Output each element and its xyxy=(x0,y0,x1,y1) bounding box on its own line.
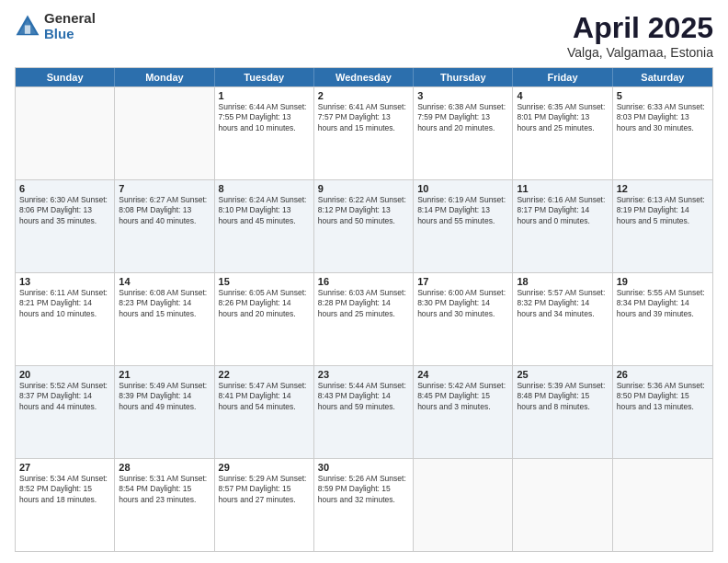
cell-text: Sunrise: 5:57 AM Sunset: 8:32 PM Dayligh… xyxy=(517,288,608,319)
cell-text: Sunrise: 5:39 AM Sunset: 8:48 PM Dayligh… xyxy=(517,381,608,412)
calendar-body: 1Sunrise: 6:44 AM Sunset: 7:55 PM Daylig… xyxy=(16,86,712,551)
cell-text: Sunrise: 6:22 AM Sunset: 8:12 PM Dayligh… xyxy=(318,195,409,226)
location: Valga, Valgamaa, Estonia xyxy=(567,45,713,60)
calendar-cell-12: 12Sunrise: 6:13 AM Sunset: 8:19 PM Dayli… xyxy=(613,180,712,272)
cell-text: Sunrise: 6:00 AM Sunset: 8:30 PM Dayligh… xyxy=(417,288,508,319)
calendar-cell-24: 24Sunrise: 5:42 AM Sunset: 8:45 PM Dayli… xyxy=(414,366,513,458)
calendar-cell-27: 27Sunrise: 5:34 AM Sunset: 8:52 PM Dayli… xyxy=(16,459,115,551)
header-day-tuesday: Tuesday xyxy=(215,68,314,86)
calendar-cell-17: 17Sunrise: 6:00 AM Sunset: 8:30 PM Dayli… xyxy=(414,273,513,365)
calendar-row-4: 27Sunrise: 5:34 AM Sunset: 8:52 PM Dayli… xyxy=(16,458,712,551)
cell-text: Sunrise: 5:47 AM Sunset: 8:41 PM Dayligh… xyxy=(219,381,310,412)
day-number: 7 xyxy=(119,183,210,194)
cell-text: Sunrise: 6:08 AM Sunset: 8:23 PM Dayligh… xyxy=(119,288,210,319)
day-number: 13 xyxy=(19,276,110,287)
day-number: 29 xyxy=(219,462,310,473)
cell-text: Sunrise: 6:03 AM Sunset: 8:28 PM Dayligh… xyxy=(318,288,409,319)
calendar-cell-30: 30Sunrise: 5:26 AM Sunset: 8:59 PM Dayli… xyxy=(314,459,414,551)
calendar-cell-empty xyxy=(115,87,214,179)
calendar-cell-empty xyxy=(414,459,513,551)
logo: General Blue xyxy=(15,11,96,41)
calendar-row-1: 6Sunrise: 6:30 AM Sunset: 8:06 PM Daylig… xyxy=(16,179,712,272)
calendar-cell-16: 16Sunrise: 6:03 AM Sunset: 8:28 PM Dayli… xyxy=(314,273,414,365)
day-number: 8 xyxy=(219,183,310,194)
day-number: 24 xyxy=(417,369,508,380)
cell-text: Sunrise: 5:49 AM Sunset: 8:39 PM Dayligh… xyxy=(119,381,210,412)
cell-text: Sunrise: 6:44 AM Sunset: 7:55 PM Dayligh… xyxy=(219,102,310,133)
day-number: 28 xyxy=(119,462,210,473)
cell-text: Sunrise: 6:30 AM Sunset: 8:06 PM Dayligh… xyxy=(19,195,110,226)
calendar-cell-22: 22Sunrise: 5:47 AM Sunset: 8:41 PM Dayli… xyxy=(215,366,314,458)
day-number: 14 xyxy=(119,276,210,287)
cell-text: Sunrise: 6:13 AM Sunset: 8:19 PM Dayligh… xyxy=(617,195,709,226)
calendar-cell-10: 10Sunrise: 6:19 AM Sunset: 8:14 PM Dayli… xyxy=(414,180,513,272)
day-number: 16 xyxy=(318,276,409,287)
header: General Blue April 2025 Valga, Valgamaa,… xyxy=(15,11,713,60)
calendar-row-3: 20Sunrise: 5:52 AM Sunset: 8:37 PM Dayli… xyxy=(16,365,712,458)
day-number: 12 xyxy=(617,183,709,194)
day-number: 2 xyxy=(318,90,409,101)
day-number: 4 xyxy=(517,90,608,101)
calendar-cell-5: 5Sunrise: 6:33 AM Sunset: 8:03 PM Daylig… xyxy=(613,87,712,179)
day-number: 11 xyxy=(517,183,608,194)
header-day-wednesday: Wednesday xyxy=(314,68,414,86)
cell-text: Sunrise: 6:05 AM Sunset: 8:26 PM Dayligh… xyxy=(219,288,310,319)
day-number: 30 xyxy=(318,462,409,473)
cell-text: Sunrise: 5:31 AM Sunset: 8:54 PM Dayligh… xyxy=(119,474,210,505)
day-number: 20 xyxy=(19,369,110,380)
header-day-thursday: Thursday xyxy=(414,68,513,86)
calendar-cell-29: 29Sunrise: 5:29 AM Sunset: 8:57 PM Dayli… xyxy=(215,459,314,551)
cell-text: Sunrise: 5:26 AM Sunset: 8:59 PM Dayligh… xyxy=(318,474,409,505)
day-number: 3 xyxy=(417,90,508,101)
day-number: 15 xyxy=(219,276,310,287)
cell-text: Sunrise: 5:55 AM Sunset: 8:34 PM Dayligh… xyxy=(617,288,709,319)
calendar-cell-2: 2Sunrise: 6:41 AM Sunset: 7:57 PM Daylig… xyxy=(314,87,414,179)
day-number: 26 xyxy=(617,369,709,380)
calendar-row-0: 1Sunrise: 6:44 AM Sunset: 7:55 PM Daylig… xyxy=(16,86,712,179)
cell-text: Sunrise: 6:27 AM Sunset: 8:08 PM Dayligh… xyxy=(119,195,210,226)
header-day-friday: Friday xyxy=(513,68,612,86)
calendar-cell-23: 23Sunrise: 5:44 AM Sunset: 8:43 PM Dayli… xyxy=(314,366,414,458)
day-number: 22 xyxy=(219,369,310,380)
cell-text: Sunrise: 5:36 AM Sunset: 8:50 PM Dayligh… xyxy=(617,381,709,412)
day-number: 6 xyxy=(19,183,110,194)
cell-text: Sunrise: 6:33 AM Sunset: 8:03 PM Dayligh… xyxy=(617,102,709,133)
logo-text: General Blue xyxy=(44,11,96,41)
logo-blue-text: Blue xyxy=(44,27,96,42)
cell-text: Sunrise: 5:34 AM Sunset: 8:52 PM Dayligh… xyxy=(19,474,110,505)
calendar-cell-25: 25Sunrise: 5:39 AM Sunset: 8:48 PM Dayli… xyxy=(513,366,612,458)
cell-text: Sunrise: 6:38 AM Sunset: 7:59 PM Dayligh… xyxy=(417,102,508,133)
calendar-cell-4: 4Sunrise: 6:35 AM Sunset: 8:01 PM Daylig… xyxy=(513,87,612,179)
calendar-cell-empty xyxy=(613,459,712,551)
day-number: 23 xyxy=(318,369,409,380)
day-number: 10 xyxy=(417,183,508,194)
calendar-cell-26: 26Sunrise: 5:36 AM Sunset: 8:50 PM Dayli… xyxy=(613,366,712,458)
svg-rect-2 xyxy=(25,25,30,33)
calendar-cell-empty xyxy=(513,459,612,551)
day-number: 9 xyxy=(318,183,409,194)
header-day-sunday: Sunday xyxy=(16,68,115,86)
month-title: April 2025 xyxy=(567,11,713,45)
calendar-cell-21: 21Sunrise: 5:49 AM Sunset: 8:39 PM Dayli… xyxy=(115,366,214,458)
title-block: April 2025 Valga, Valgamaa, Estonia xyxy=(567,11,713,60)
page: General Blue April 2025 Valga, Valgamaa,… xyxy=(0,0,728,563)
calendar-header: SundayMondayTuesdayWednesdayThursdayFrid… xyxy=(16,68,712,86)
cell-text: Sunrise: 6:35 AM Sunset: 8:01 PM Dayligh… xyxy=(517,102,608,133)
calendar-cell-19: 19Sunrise: 5:55 AM Sunset: 8:34 PM Dayli… xyxy=(613,273,712,365)
cell-text: Sunrise: 5:44 AM Sunset: 8:43 PM Dayligh… xyxy=(318,381,409,412)
calendar-cell-1: 1Sunrise: 6:44 AM Sunset: 7:55 PM Daylig… xyxy=(215,87,314,179)
cell-text: Sunrise: 6:41 AM Sunset: 7:57 PM Dayligh… xyxy=(318,102,409,133)
cell-text: Sunrise: 5:52 AM Sunset: 8:37 PM Dayligh… xyxy=(19,381,110,412)
calendar-cell-3: 3Sunrise: 6:38 AM Sunset: 7:59 PM Daylig… xyxy=(414,87,513,179)
calendar-cell-6: 6Sunrise: 6:30 AM Sunset: 8:06 PM Daylig… xyxy=(16,180,115,272)
calendar-row-2: 13Sunrise: 6:11 AM Sunset: 8:21 PM Dayli… xyxy=(16,272,712,365)
day-number: 1 xyxy=(219,90,310,101)
calendar-cell-8: 8Sunrise: 6:24 AM Sunset: 8:10 PM Daylig… xyxy=(215,180,314,272)
day-number: 27 xyxy=(19,462,110,473)
cell-text: Sunrise: 5:42 AM Sunset: 8:45 PM Dayligh… xyxy=(417,381,508,412)
logo-general-text: General xyxy=(44,11,96,27)
calendar-cell-14: 14Sunrise: 6:08 AM Sunset: 8:23 PM Dayli… xyxy=(115,273,214,365)
day-number: 21 xyxy=(119,369,210,380)
cell-text: Sunrise: 6:24 AM Sunset: 8:10 PM Dayligh… xyxy=(219,195,310,226)
cell-text: Sunrise: 6:16 AM Sunset: 8:17 PM Dayligh… xyxy=(517,195,608,226)
